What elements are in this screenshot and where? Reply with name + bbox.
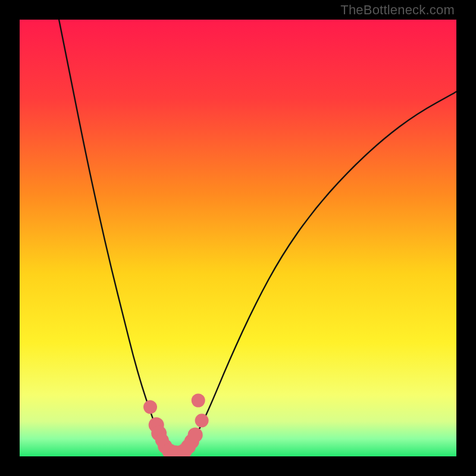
data-marker bbox=[195, 414, 209, 427]
bottleneck-curve bbox=[59, 20, 456, 453]
watermark-label: TheBottleneck.com bbox=[340, 2, 455, 18]
chart-svg bbox=[20, 20, 456, 456]
data-marker bbox=[143, 400, 157, 414]
plot-area bbox=[20, 20, 456, 456]
data-marker bbox=[188, 427, 203, 442]
outer-frame: TheBottleneck.com bbox=[0, 0, 476, 476]
data-marker bbox=[192, 394, 205, 408]
marker-group bbox=[143, 394, 209, 457]
